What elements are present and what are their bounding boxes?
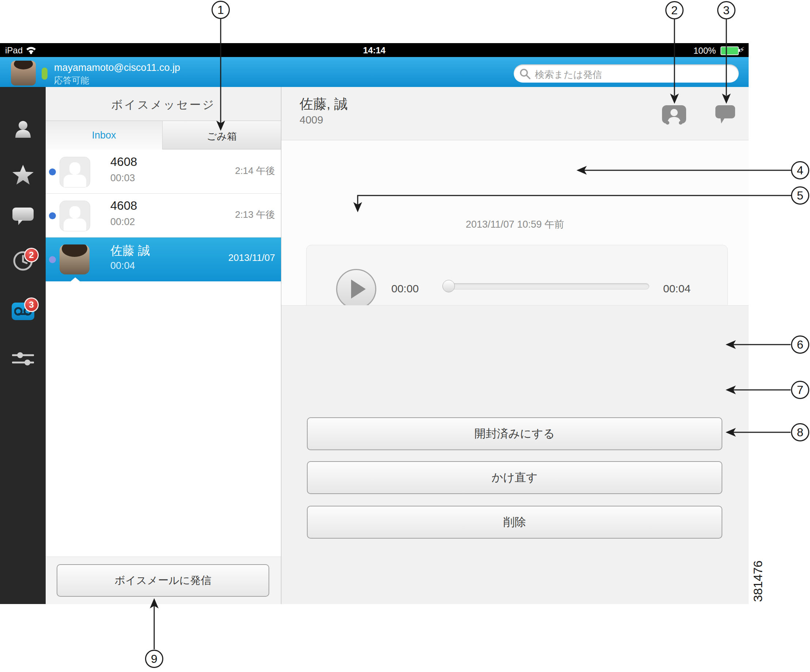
contact-card-icon (661, 105, 687, 125)
sidebar-item-favorites[interactable] (0, 162, 46, 188)
user-email: mayamamoto@cisco11.co.jp (54, 62, 180, 73)
list-header: ボイスメッセージ (46, 87, 281, 121)
sidebar-item-recents[interactable] (0, 248, 46, 274)
message-duration: 00:02 (110, 216, 135, 228)
tab-trash[interactable]: ごみ箱 (162, 121, 281, 149)
contacts-icon (12, 119, 34, 140)
search-placeholder: 検索または発信 (535, 68, 602, 81)
delete-button[interactable]: 削除 (307, 506, 722, 539)
message-time: 2013/11/07 (228, 252, 275, 263)
search-input[interactable]: 検索または発信 (514, 64, 739, 83)
voicemail-list-item[interactable]: 4608 00:02 2:13 午後 (46, 194, 281, 238)
caller-name: 4608 (110, 155, 137, 169)
avatar-hair (14, 61, 33, 69)
voicemail-list-item[interactable]: 4608 00:03 2:14 午後 (46, 150, 281, 194)
message-duration: 00:03 (110, 172, 135, 184)
presence-status-text: 応答可能 (54, 74, 89, 86)
unread-dot (49, 212, 56, 219)
callout-1: 1 (211, 1, 230, 19)
status-bar: iPad 14:14 100% ⚡ (0, 43, 749, 57)
voicemail-detail-pane: 佐藤, 誠 4009 2013/11/07 10:59 午前 (281, 87, 749, 604)
figure-number: 381476 (751, 552, 765, 611)
battery-percent: 100% (694, 46, 716, 56)
tab-inbox[interactable]: Inbox (46, 121, 162, 149)
voicemail-list-pane: ボイスメッセージ Inbox ごみ箱 4608 00:03 2:14 午後 46… (46, 87, 281, 604)
elapsed-time: 00:00 (391, 282, 419, 295)
search-icon (520, 68, 530, 79)
avatar-placeholder (59, 157, 90, 187)
sidebar-item-settings[interactable] (0, 346, 46, 372)
caller-photo-avatar (59, 245, 89, 274)
page-title: ボイスメッセージ (46, 97, 281, 113)
list-footer: ボイスメールに発信 (46, 557, 281, 604)
seek-slider-track[interactable] (442, 283, 649, 289)
settings-sliders-icon (12, 351, 34, 367)
message-timestamp: 2013/11/07 10:59 午前 (281, 218, 749, 231)
screenshot-canvas: iPad 14:14 100% ⚡ mayamamoto@cisco11.co.… (0, 0, 810, 672)
voicemail-badge: 3 (24, 297, 39, 312)
mark-as-read-button[interactable]: 開封済みにする (307, 417, 722, 450)
callout-7: 7 (791, 381, 809, 399)
total-time: 00:04 (663, 282, 690, 295)
callout-6: 6 (791, 336, 809, 354)
callout-3: 3 (717, 1, 736, 19)
navigation-sidebar (0, 87, 46, 604)
start-chat-button[interactable] (715, 105, 740, 125)
sidebar-item-chats[interactable] (0, 203, 46, 230)
detail-contact-number: 4009 (300, 114, 323, 126)
sidebar-item-voicemail[interactable] (0, 298, 46, 324)
call-back-button[interactable]: かけ直す (307, 461, 722, 494)
voicemail-list-item-selected[interactable]: 佐藤 誠 00:04 2013/11/07 (46, 238, 281, 281)
unread-dot (49, 256, 56, 263)
selection-pointer (70, 277, 80, 282)
actions-section: 開封済みにする かけ直す 削除 (281, 305, 749, 604)
presence-indicator (42, 68, 47, 80)
star-icon (12, 164, 34, 185)
avatar-placeholder (59, 201, 90, 231)
play-icon (351, 280, 366, 299)
chat-icon (12, 206, 34, 226)
detail-contact-name: 佐藤, 誠 (300, 95, 348, 113)
call-voicemail-button[interactable]: ボイスメールに発信 (57, 564, 269, 597)
battery-icon (721, 46, 739, 55)
unread-dot (49, 169, 56, 176)
callout-4: 4 (791, 161, 809, 179)
sidebar-item-contacts[interactable] (0, 116, 46, 142)
caller-name: 4608 (110, 199, 137, 213)
message-time: 2:13 午後 (235, 208, 275, 221)
caller-name: 佐藤 誠 (110, 243, 150, 259)
user-avatar[interactable] (11, 61, 36, 86)
callout-8: 8 (791, 423, 809, 441)
callout-9: 9 (145, 650, 163, 668)
message-duration: 00:04 (110, 260, 135, 272)
player-section: 2013/11/07 10:59 午前 00:00 00:04 (281, 140, 749, 305)
message-time: 2:14 午後 (235, 164, 275, 177)
chat-bubble-icon (715, 105, 736, 124)
charging-bolt-icon: ⚡ (739, 45, 744, 54)
tab-trash-label: ごみ箱 (163, 130, 281, 143)
tab-inbox-label: Inbox (46, 130, 162, 141)
callout-2: 2 (665, 1, 683, 19)
seek-slider-knob[interactable] (442, 280, 455, 292)
detail-header: 佐藤, 誠 4009 (281, 87, 749, 140)
recents-badge: 2 (24, 248, 39, 262)
callout-5: 5 (791, 186, 809, 204)
play-button[interactable] (336, 269, 376, 309)
view-contact-button[interactable] (661, 105, 687, 125)
clock: 14:14 (0, 45, 749, 56)
